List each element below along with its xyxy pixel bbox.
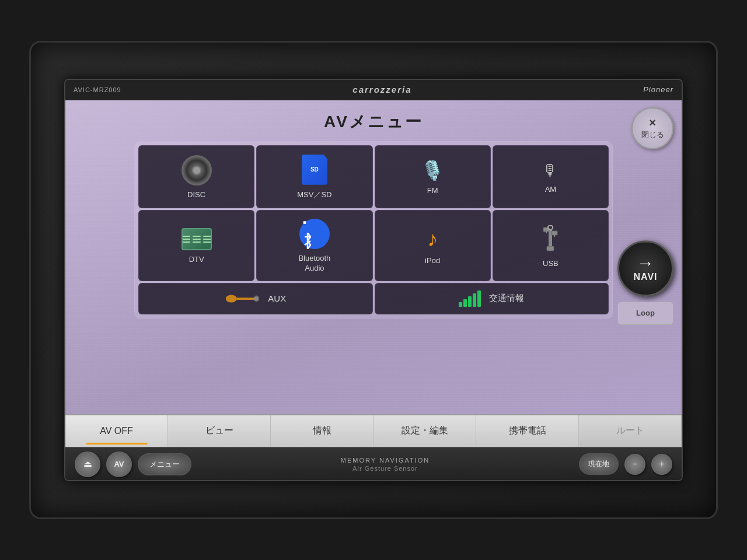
pioneer-label: Pioneer [643, 85, 673, 94]
menu-bottom-row: AUX 交通情報 [138, 283, 609, 314]
screen-title: AVメニュー [324, 111, 423, 133]
bluetooth-icon: ⬞ [299, 219, 330, 249]
location-button[interactable]: 現在地 [579, 453, 619, 475]
am-mic-icon: 🎙 [542, 161, 558, 180]
close-x-icon: × [649, 117, 656, 128]
main-screen: AVメニュー × 閉じる DISC [65, 100, 682, 414]
eject-icon: ⏏ [83, 459, 92, 470]
am-label: AM [545, 185, 557, 194]
minus-icon: － [630, 458, 640, 470]
minus-button[interactable]: － [624, 454, 645, 475]
navi-arrow-icon: → [637, 254, 654, 272]
music-note-icon: ♪ [427, 227, 438, 251]
tab-phone-label: 携帯電話 [509, 425, 546, 437]
unit-frame: AVIC-MRZ009 carrozzeria Pioneer AVメニュー ×… [64, 79, 683, 481]
menu-item-disc[interactable]: DISC [138, 145, 254, 208]
menu-grid-container: DISC MSV／SD 🎙️ FM [134, 141, 613, 318]
usb-icon [535, 224, 566, 254]
air-gesture-label: Air Gesture Sensor [352, 465, 418, 472]
plus-button[interactable]: ＋ [651, 454, 672, 475]
screen-area-wrapper: AVIC-MRZ009 carrozzeria Pioneer AVメニュー ×… [65, 80, 682, 480]
menu-item-ipod[interactable]: ♪ iPod [375, 210, 491, 281]
ipod-label: iPod [425, 256, 440, 265]
tab-view[interactable]: ビュー [168, 415, 271, 447]
tab-av-off-label: AV OFF [100, 426, 133, 436]
controls-left: ⏏ AV メニュー [75, 452, 191, 477]
controls-right: 現在地 － ＋ [579, 453, 672, 475]
center-labels: MEMORY NAVIGATION Air Gesture Sensor [341, 457, 430, 472]
close-button[interactable]: × 閉じる [631, 107, 673, 149]
fm-mic-icon: 🎙️ [421, 159, 444, 181]
svg-rect-10 [254, 296, 259, 301]
bluetooth-symbol: ⬞ [299, 214, 330, 253]
close-label: 閉じる [641, 130, 664, 140]
navi-label: NAVI [633, 272, 657, 282]
tab-info-label: 情報 [313, 425, 331, 437]
menu-item-usb[interactable]: USB [493, 210, 609, 281]
fm-label: FM [427, 186, 438, 195]
bluetooth-label: BluetoothAudio [298, 254, 330, 274]
menu-item-am[interactable]: 🎙 AM [493, 145, 609, 208]
disc-icon [181, 155, 212, 186]
dtv-icon [181, 228, 212, 250]
model-label: AVIC-MRZ009 [74, 86, 121, 93]
svg-rect-11 [256, 295, 258, 296]
disc-label: DISC [187, 190, 205, 199]
location-label: 現在地 [588, 460, 609, 468]
tab-route-label: ルート [616, 425, 644, 437]
av-button[interactable]: AV [106, 452, 132, 477]
brand-label: carrozzeria [352, 85, 411, 94]
screen-content: AVメニュー × 閉じる DISC [65, 100, 682, 414]
menu-label: メニュー [149, 460, 180, 468]
aux-icon [225, 293, 260, 304]
tab-bar: AV OFF ビュー 情報 設定・編集 携帯電話 ルート [65, 414, 682, 447]
dtv-label: DTV [189, 255, 204, 264]
memory-nav-label: MEMORY NAVIGATION [341, 457, 430, 464]
av-label: AV [114, 460, 124, 468]
eject-button[interactable]: ⏏ [75, 452, 100, 477]
tab-phone[interactable]: 携帯電話 [476, 415, 579, 447]
menu-item-dtv[interactable]: DTV [138, 210, 254, 281]
tab-settings-label: 設定・編集 [402, 425, 448, 437]
usb-label: USB [543, 259, 558, 268]
unit-header: AVIC-MRZ009 carrozzeria Pioneer [65, 80, 682, 100]
plus-icon: ＋ [657, 458, 666, 470]
svg-rect-9 [236, 298, 256, 300]
tab-route[interactable]: ルート [579, 415, 682, 447]
controls-bar: ⏏ AV メニュー MEMORY NAVIGATION Air Gesture … [65, 447, 682, 480]
menu-grid: DISC MSV／SD 🎙️ FM [138, 145, 609, 281]
traffic-label: 交通情報 [489, 293, 524, 304]
svg-point-8 [226, 295, 237, 302]
menu-item-traffic[interactable]: 交通情報 [375, 283, 609, 314]
menu-item-aux[interactable]: AUX [138, 283, 373, 314]
tab-settings[interactable]: 設定・編集 [374, 415, 476, 447]
tab-view-label: ビュー [205, 425, 233, 437]
menu-button[interactable]: メニュー [138, 453, 191, 475]
menu-item-fm[interactable]: 🎙️ FM [375, 145, 491, 208]
aux-label: AUX [268, 293, 286, 303]
navi-button[interactable]: → NAVI [617, 240, 673, 296]
sd-icon [302, 155, 327, 185]
signal-icon [459, 290, 481, 307]
car-frame: AVIC-MRZ009 carrozzeria Pioneer AVメニュー ×… [29, 41, 718, 519]
svg-rect-1 [547, 246, 554, 251]
menu-item-bluetooth[interactable]: ⬞ BluetoothAudio [256, 210, 372, 281]
loop-label: Loop [636, 309, 655, 317]
svg-rect-12 [256, 300, 258, 302]
msvsd-label: MSV／SD [297, 190, 331, 200]
tab-av-off[interactable]: AV OFF [65, 415, 168, 447]
loop-button[interactable]: Loop [617, 302, 673, 325]
tab-info[interactable]: 情報 [271, 415, 374, 447]
menu-item-msvsd[interactable]: MSV／SD [256, 145, 372, 208]
